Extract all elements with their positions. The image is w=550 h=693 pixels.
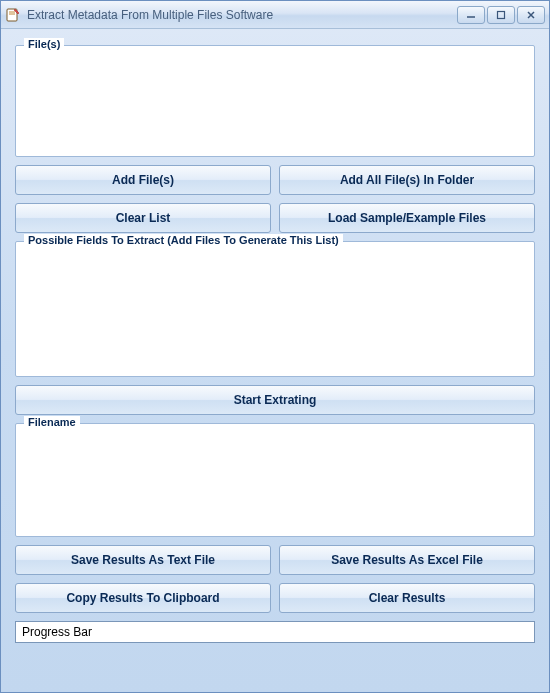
results-buttons-row-1: Save Results As Text File Save Results A… xyxy=(15,545,535,575)
files-legend: File(s) xyxy=(24,38,64,50)
clear-results-button[interactable]: Clear Results xyxy=(279,583,535,613)
add-all-folder-button[interactable]: Add All File(s) In Folder xyxy=(279,165,535,195)
progress-bar: Progress Bar xyxy=(15,621,535,643)
results-groupbox: Filename xyxy=(15,423,535,537)
close-button[interactable] xyxy=(517,6,545,24)
svg-rect-4 xyxy=(498,11,505,18)
fields-groupbox: Possible Fields To Extract (Add Files To… xyxy=(15,241,535,377)
copy-clipboard-button[interactable]: Copy Results To Clipboard xyxy=(15,583,271,613)
fields-legend: Possible Fields To Extract (Add Files To… xyxy=(24,234,343,246)
window-title: Extract Metadata From Multiple Files Sof… xyxy=(27,8,455,22)
maximize-button[interactable] xyxy=(487,6,515,24)
client-area: File(s) Add File(s) Add All File(s) In F… xyxy=(1,29,549,692)
files-groupbox: File(s) xyxy=(15,45,535,157)
titlebar: Extract Metadata From Multiple Files Sof… xyxy=(1,1,549,29)
file-buttons-row-2: Clear List Load Sample/Example Files xyxy=(15,203,535,233)
app-window: Extract Metadata From Multiple Files Sof… xyxy=(0,0,550,693)
results-buttons-row-2: Copy Results To Clipboard Clear Results xyxy=(15,583,535,613)
clear-list-button[interactable]: Clear List xyxy=(15,203,271,233)
save-text-button[interactable]: Save Results As Text File xyxy=(15,545,271,575)
progress-label: Progress Bar xyxy=(22,625,92,639)
add-files-button[interactable]: Add File(s) xyxy=(15,165,271,195)
load-sample-button[interactable]: Load Sample/Example Files xyxy=(279,203,535,233)
results-legend: Filename xyxy=(24,416,80,428)
file-buttons-row-1: Add File(s) Add All File(s) In Folder xyxy=(15,165,535,195)
start-row: Start Extrating xyxy=(15,385,535,415)
save-excel-button[interactable]: Save Results As Excel File xyxy=(279,545,535,575)
minimize-button[interactable] xyxy=(457,6,485,24)
start-extracting-button[interactable]: Start Extrating xyxy=(15,385,535,415)
app-icon xyxy=(5,7,21,23)
